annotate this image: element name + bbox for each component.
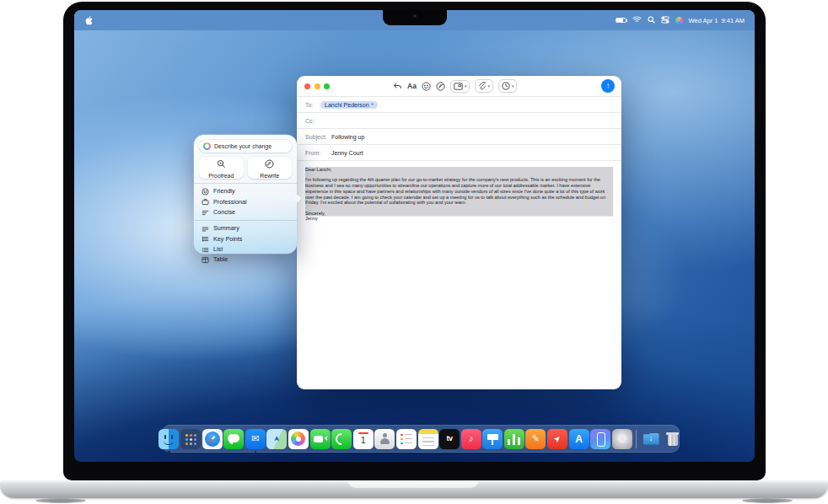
- proofread-icon: [217, 157, 226, 172]
- battery-icon[interactable]: [616, 18, 626, 24]
- body-signature: Jenny: [305, 217, 613, 223]
- control-center-icon[interactable]: [661, 16, 669, 25]
- undo-icon[interactable]: [393, 82, 402, 91]
- attach-file-button[interactable]: ▾: [475, 79, 493, 93]
- dock-keynote[interactable]: [482, 429, 503, 449]
- divider: [194, 220, 297, 221]
- format-text-button[interactable]: Aa: [407, 82, 417, 90]
- cc-field[interactable]: Cc:: [297, 112, 621, 128]
- to-label: To:: [305, 102, 316, 108]
- to-field[interactable]: To: Lanchi Pederson ▾: [297, 96, 621, 112]
- mail-compose-window: Aa ▾ ▾: [297, 76, 621, 389]
- dock-music[interactable]: ♪: [461, 429, 481, 449]
- dock-iphone-mirroring[interactable]: [590, 429, 610, 449]
- body-paragraph: I'm following up regarding the 4th quart…: [305, 178, 613, 206]
- dock-safari[interactable]: [202, 429, 223, 449]
- option-summary[interactable]: Summary: [194, 223, 297, 233]
- wifi-icon[interactable]: [632, 16, 642, 24]
- window-titlebar[interactable]: Aa ▾ ▾: [297, 76, 621, 96]
- dock-tv[interactable]: tv: [439, 429, 460, 449]
- zoom-button[interactable]: [324, 83, 330, 89]
- recipient-token[interactable]: Lanchi Pederson ▾: [320, 101, 378, 109]
- minimize-button[interactable]: [315, 83, 320, 89]
- chevron-down-icon: ▾: [372, 103, 374, 107]
- send-button[interactable]: ↑: [601, 79, 615, 93]
- dock-numbers[interactable]: [504, 429, 524, 449]
- chevron-down-icon: ▾: [487, 84, 490, 88]
- menubar-time[interactable]: 9:41 AM: [721, 17, 745, 24]
- subject-label: Subject:: [305, 134, 327, 140]
- dock-maps[interactable]: ➤: [266, 429, 287, 449]
- dock-photos[interactable]: [288, 429, 309, 449]
- from-label: From:: [305, 150, 327, 156]
- dock-facetime[interactable]: [310, 429, 331, 449]
- running-indicator: [255, 451, 257, 453]
- desktop: Wed Apr 1 9:41 AM Aa: [74, 10, 755, 462]
- subject-value: Following up: [331, 134, 364, 140]
- selected-text[interactable]: Dear Lanchi, I'm following up regarding …: [305, 167, 613, 217]
- dock-launchpad[interactable]: [180, 429, 201, 449]
- option-table[interactable]: Table: [194, 255, 297, 265]
- divider: [194, 183, 297, 184]
- dock-phone[interactable]: [331, 429, 352, 449]
- writing-tools-panel: Describe your change Proofread Rewrite: [194, 135, 297, 254]
- apple-intelligence-icon: [203, 142, 211, 150]
- laptop-foot: [35, 498, 86, 503]
- dock-notes[interactable]: [418, 429, 438, 449]
- dock-reminders[interactable]: [396, 429, 417, 449]
- option-list[interactable]: List: [194, 244, 297, 254]
- chevron-down-icon: ▾: [465, 84, 467, 88]
- dock-messages[interactable]: [223, 429, 244, 449]
- laptop-foot: [742, 498, 793, 503]
- dock-system-settings[interactable]: ⚙: [612, 429, 632, 449]
- dock-trash[interactable]: [663, 429, 683, 449]
- rewrite-icon: [265, 157, 274, 172]
- describe-change-input[interactable]: Describe your change: [199, 140, 292, 153]
- page: Wed Apr 1 9:41 AM Aa: [0, 0, 828, 504]
- dock-app-store[interactable]: A: [569, 429, 589, 449]
- dock-divider: [636, 430, 637, 448]
- rewrite-label: Rewrite: [260, 173, 279, 179]
- cc-label: Cc:: [305, 118, 316, 124]
- apple-menu-icon[interactable]: [85, 16, 93, 25]
- proofread-label: Proofread: [208, 173, 234, 179]
- dock-pages[interactable]: ✎: [525, 429, 546, 449]
- siri-icon[interactable]: [675, 17, 683, 24]
- dock: ✉ ➤ 1: [162, 425, 680, 453]
- option-professional[interactable]: Professional: [194, 196, 297, 206]
- rewrite-button[interactable]: Rewrite: [248, 157, 293, 179]
- close-button[interactable]: [304, 83, 310, 89]
- dock-finder[interactable]: [159, 429, 179, 449]
- table-icon: [202, 252, 209, 267]
- chevron-down-icon: ▾: [512, 84, 514, 88]
- display-notch: [383, 10, 447, 25]
- search-icon[interactable]: [648, 16, 655, 25]
- running-indicator: [168, 451, 170, 453]
- camera-icon: [413, 14, 417, 18]
- lid-scoop: [347, 480, 479, 489]
- dock-contacts[interactable]: [374, 429, 395, 449]
- dock-mail[interactable]: ✉: [245, 429, 266, 449]
- proofread-button[interactable]: Proofread: [199, 157, 244, 179]
- dock-rocket-app[interactable]: ➤: [547, 429, 567, 449]
- emoji-icon[interactable]: [422, 82, 431, 91]
- menubar-date[interactable]: Wed Apr 1: [689, 17, 718, 24]
- subject-field[interactable]: Subject: Following up: [297, 128, 621, 144]
- send-later-button[interactable]: ▾: [498, 79, 518, 93]
- option-key-points[interactable]: Key Points: [194, 233, 297, 244]
- concise-icon: [202, 205, 209, 220]
- from-value: Jenny Court: [331, 150, 363, 156]
- describe-change-placeholder: Describe your change: [214, 143, 272, 149]
- option-friendly[interactable]: Friendly: [194, 186, 297, 196]
- dock-downloads[interactable]: ↓: [641, 429, 661, 449]
- photo-browser-button[interactable]: ▾: [450, 80, 470, 93]
- body-greeting: Dear Lanchi,: [305, 167, 613, 173]
- dock-calendar[interactable]: 1: [353, 429, 374, 449]
- option-concise[interactable]: Concise: [194, 206, 297, 217]
- message-body[interactable]: Dear Lanchi, I'm following up regarding …: [297, 160, 621, 389]
- writing-tools-icon[interactable]: [436, 82, 445, 91]
- from-field[interactable]: From: Jenny Court: [297, 144, 621, 160]
